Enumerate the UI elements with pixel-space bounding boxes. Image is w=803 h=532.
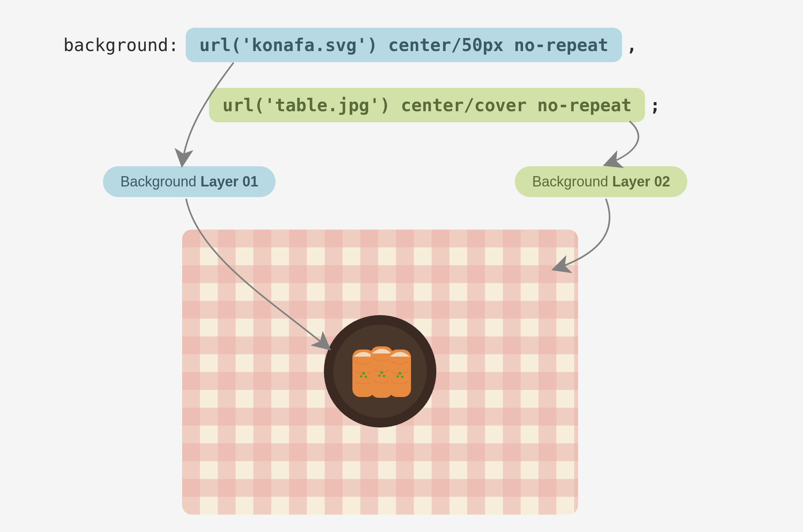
svg-point-11	[365, 376, 367, 378]
css-property-label: background:	[63, 35, 179, 55]
layer2-badge: Background Layer 02	[515, 166, 687, 197]
layer2-trailing-semicolon: ;	[650, 95, 660, 115]
svg-point-9	[362, 372, 365, 375]
layer2-badge-bold: Layer 02	[612, 173, 670, 190]
layer1-badge-prefix: Background	[120, 173, 196, 190]
svg-point-12	[381, 371, 383, 374]
layer1-badge-bold: Layer 01	[200, 173, 258, 190]
svg-point-14	[383, 375, 385, 377]
preview-box	[182, 230, 578, 515]
svg-point-15	[399, 372, 402, 375]
konafa-icon	[323, 314, 438, 429]
layer2-code-pill: url('table.jpg') center/cover no-repeat	[209, 88, 645, 122]
svg-point-17	[401, 376, 403, 378]
svg-point-13	[378, 374, 381, 377]
layer1-code-pill: url('konafa.svg') center/50px no-repeat	[186, 28, 622, 62]
layer1-badge: Background Layer 01	[103, 166, 276, 197]
layer2-badge-prefix: Background	[532, 173, 608, 190]
svg-point-10	[360, 375, 362, 378]
konafa-plate	[323, 314, 438, 430]
layer1-trailing-comma: ,	[627, 35, 637, 55]
svg-point-16	[396, 375, 399, 378]
